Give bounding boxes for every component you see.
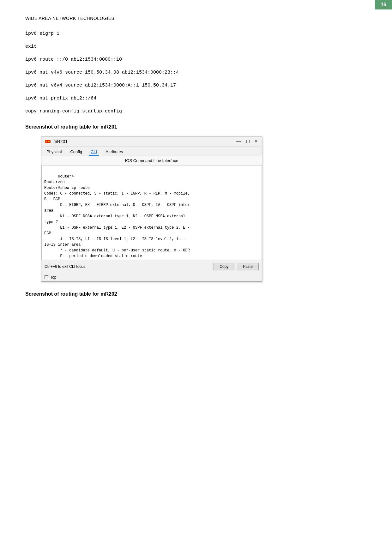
code-line-7: copy running-config startup-config — [25, 108, 367, 115]
page-number-badge: 16 — [375, 0, 392, 9]
window-title-text: mR201 — [53, 139, 68, 144]
code-line-2: exit — [25, 43, 367, 50]
window-title-left: mR201 — [45, 138, 68, 145]
top-checkbox[interactable] — [45, 275, 48, 279]
section2-heading: Screenshot of routing table for mR202 — [25, 291, 367, 297]
router-window-mr201: mR201 — □ × Physical Config CLI Attribut… — [41, 136, 262, 282]
svg-point-2 — [48, 141, 50, 142]
minimize-button[interactable]: — — [235, 139, 243, 144]
code-line-5: ipv6 nat v6v4 source ab12:1534:0000:A::1… — [25, 82, 367, 89]
window-tabs: Physical Config CLI Attributes — [41, 147, 262, 156]
code-line-4: ipv6 nat v4v6 source 150.50.34.98 ab12:1… — [25, 69, 367, 76]
svg-rect-1 — [45, 141, 47, 142]
cli-footer-buttons: Copy Paste — [214, 263, 259, 270]
tab-attributes[interactable]: Attributes — [104, 148, 125, 156]
code-line-1: ipv6 eigrp 1 — [25, 30, 367, 37]
code-line-6: ipv6 nat prefix ab12::/64 — [25, 95, 367, 102]
page-number: 16 — [381, 2, 386, 7]
top-label: Top — [50, 275, 56, 280]
window-controls: — □ × — [235, 139, 259, 144]
section1-heading: Screenshot of routing table for mR201 — [25, 124, 367, 130]
code-line-3: ipv6 route ::/0 ab12:1534:0000::10 — [25, 56, 367, 63]
maximize-button[interactable]: □ — [245, 139, 251, 144]
copy-button[interactable]: Copy — [214, 263, 234, 270]
window-titlebar: mR201 — □ × — [41, 136, 262, 147]
page-container: 16 WIDE AREA NETWORK TECHNOLOGIES ipv6 e… — [0, 0, 392, 322]
cli-footer: Ctrl+F6 to exit CLI focus Copy Paste — [41, 260, 262, 273]
tab-physical[interactable]: Physical — [45, 148, 63, 156]
cli-hint: Ctrl+F6 to exit CLI focus — [45, 264, 85, 269]
tab-title: IOS Command Line Interface — [41, 156, 262, 165]
cli-output[interactable]: Router> Router>en Router#show ip route C… — [41, 165, 262, 260]
page-header: WIDE AREA NETWORK TECHNOLOGIES — [25, 16, 367, 21]
paste-button[interactable]: Paste — [237, 263, 259, 270]
window-footer: Top — [41, 273, 262, 281]
tab-cli[interactable]: CLI — [89, 148, 99, 156]
close-button[interactable]: × — [253, 139, 259, 144]
router-icon — [45, 138, 51, 145]
tab-config[interactable]: Config — [68, 148, 84, 156]
